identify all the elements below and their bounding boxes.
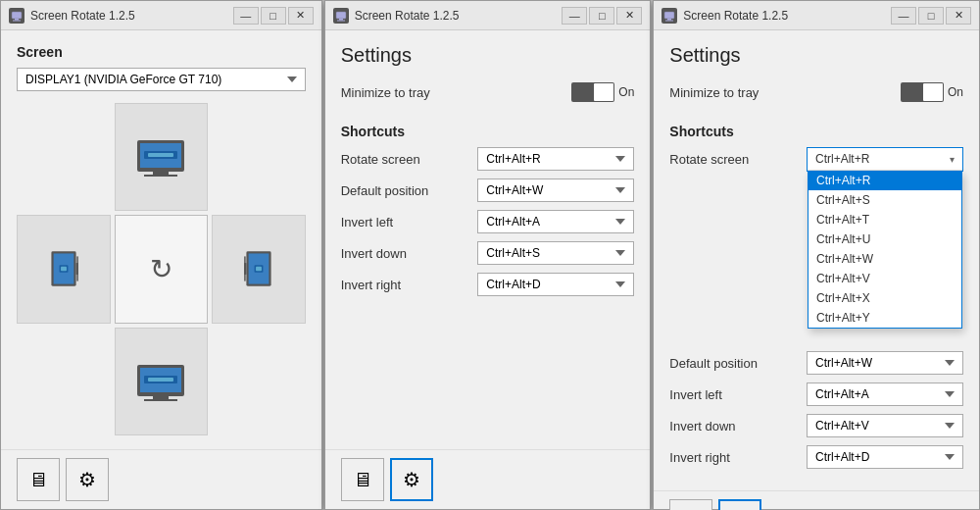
rotate-dropdown-open[interactable]: Ctrl+Alt+R ▾ Ctrl+Alt+R Ctrl+Alt+S Ctrl+… xyxy=(807,147,963,172)
dropdown-item-x[interactable]: Ctrl+Alt+X xyxy=(808,288,961,308)
settings-toolbar-btn-2[interactable]: ⚙ xyxy=(390,458,433,501)
svg-rect-18 xyxy=(244,257,245,281)
shortcut-select-default-2[interactable]: Ctrl+Alt+W xyxy=(477,178,634,202)
shortcut-label-invert-down-3: Invert down xyxy=(669,419,777,434)
title-controls-2: — □ ✕ xyxy=(562,7,642,25)
settings-toolbar-btn-1[interactable]: ⚙ xyxy=(66,458,109,501)
dropdown-scroll[interactable]: Ctrl+Alt+R Ctrl+Alt+S Ctrl+Alt+T Ctrl+Al… xyxy=(808,171,961,328)
dropdown-item-u[interactable]: Ctrl+Alt+U xyxy=(808,230,961,249)
shortcut-label-default-2: Default position xyxy=(341,183,449,198)
toggle-track-2[interactable] xyxy=(571,82,614,102)
screen-label: Screen xyxy=(17,44,306,60)
toggle-switch-3[interactable]: On xyxy=(901,82,963,102)
svg-rect-24 xyxy=(144,399,177,401)
shortcut-select-invert-right-2[interactable]: Ctrl+Alt+D xyxy=(477,273,634,296)
svg-rect-26 xyxy=(148,378,173,382)
grid-cell-right[interactable] xyxy=(212,215,306,323)
grid-cell-top[interactable] xyxy=(115,103,209,211)
title-text-1: Screen Rotate 1.2.5 xyxy=(30,9,233,23)
shortcut-select-invert-down-2[interactable]: Ctrl+Alt+S xyxy=(477,241,634,265)
shortcut-select-default-3[interactable]: Ctrl+Alt+W xyxy=(807,351,963,375)
dropdown-item-s[interactable]: Ctrl+Alt+S xyxy=(808,190,961,210)
svg-rect-31 xyxy=(667,19,671,21)
settings-toolbar-btn-3[interactable]: ⚙ xyxy=(718,499,761,510)
settings-window-2: Screen Rotate 1.2.5 — □ ✕ Settings Minim… xyxy=(324,0,652,510)
shortcut-row-invert-down-2: Invert down Ctrl+Alt+S xyxy=(341,241,635,265)
dropdown-item-t[interactable]: Ctrl+Alt+T xyxy=(808,210,961,230)
shortcut-label-invert-down-2: Invert down xyxy=(341,246,449,261)
shortcut-row-invert-left-3: Invert left Ctrl+Alt+A xyxy=(669,382,963,406)
toolbar-1: 🖥 ⚙ xyxy=(1,449,321,509)
shortcut-label-rotate-3: Rotate screen xyxy=(669,152,777,167)
minimize-btn-1[interactable]: — xyxy=(233,7,259,25)
monitor-right-icon xyxy=(232,249,285,288)
title-bar-1: Screen Rotate 1.2.5 — □ ✕ xyxy=(1,1,321,30)
minimize-tray-label-3: Minimize to tray xyxy=(669,85,759,100)
shortcut-row-invert-right-2: Invert right Ctrl+Alt+D xyxy=(341,273,635,296)
shortcuts-section-label-2: Shortcuts xyxy=(341,124,635,139)
maximize-btn-2[interactable]: □ xyxy=(589,7,614,25)
grid-cell-bottom[interactable] xyxy=(115,328,209,435)
minimize-tray-row-3: Minimize to tray On xyxy=(669,82,963,102)
svg-rect-5 xyxy=(153,172,169,175)
dropdown-item-w[interactable]: Ctrl+Alt+W xyxy=(808,249,961,269)
shortcut-label-default-3: Default position xyxy=(669,356,777,371)
svg-rect-1 xyxy=(15,19,19,21)
maximize-btn-1[interactable]: □ xyxy=(261,7,286,25)
close-btn-2[interactable]: ✕ xyxy=(616,7,642,25)
dropdown-item-v[interactable]: Ctrl+Alt+V xyxy=(808,269,961,288)
monitor-left-icon xyxy=(37,249,90,288)
toggle-label-3: On xyxy=(948,85,963,99)
shortcut-row-default-2: Default position Ctrl+Alt+W xyxy=(341,178,635,202)
grid-cell-left[interactable] xyxy=(17,215,111,323)
toolbar-3: 🖥 ⚙ xyxy=(654,490,979,510)
title-controls-1: — □ ✕ xyxy=(233,7,314,25)
app-icon-1 xyxy=(9,8,24,24)
main-window: Screen Rotate 1.2.5 — □ ✕ Screen DISPLAY… xyxy=(0,0,322,510)
toggle-knob-3 xyxy=(923,83,943,101)
shortcut-row-invert-down-3: Invert down Ctrl+Alt+V xyxy=(669,414,963,437)
rotate-dropdown-header[interactable]: Ctrl+Alt+R ▾ xyxy=(808,148,962,171)
settings-content-2: Settings Minimize to tray On Shortcuts R… xyxy=(325,30,651,449)
dropdown-item-y[interactable]: Ctrl+Alt+Y xyxy=(808,308,961,328)
shortcut-select-invert-down-3[interactable]: Ctrl+Alt+V xyxy=(807,414,963,437)
minimize-btn-2[interactable]: — xyxy=(562,7,587,25)
minimize-btn-3[interactable]: — xyxy=(891,7,916,25)
shortcut-select-invert-left-3[interactable]: Ctrl+Alt+A xyxy=(807,382,963,406)
shortcut-select-invert-right-3[interactable]: Ctrl+Alt+D xyxy=(807,445,963,469)
title-text-2: Screen Rotate 1.2.5 xyxy=(355,9,563,23)
toggle-label-2: On xyxy=(618,85,634,99)
svg-rect-27 xyxy=(336,12,346,19)
toolbar-2: 🖥 ⚙ xyxy=(325,449,651,509)
svg-rect-30 xyxy=(664,12,674,19)
svg-rect-2 xyxy=(13,20,21,21)
toggle-track-3[interactable] xyxy=(901,82,944,102)
grid-cell-center[interactable]: ↻ xyxy=(115,215,209,323)
display-select[interactable]: DISPLAY1 (NVIDIA GeForce GT 710) xyxy=(17,68,306,91)
monitor-toolbar-btn-3[interactable]: 🖥 xyxy=(669,499,712,510)
settings-heading-2: Settings xyxy=(341,44,635,67)
minimize-tray-row: Minimize to tray On xyxy=(341,82,635,102)
grid-cell-empty-2 xyxy=(212,103,306,211)
svg-rect-6 xyxy=(144,175,177,177)
rotate-dropdown-list: Ctrl+Alt+R Ctrl+Alt+S Ctrl+Alt+T Ctrl+Al… xyxy=(808,171,962,329)
shortcuts-section-label-3: Shortcuts xyxy=(669,124,963,139)
shortcut-select-rotate-2[interactable]: Ctrl+Alt+R xyxy=(477,147,634,171)
toggle-switch-2[interactable]: On xyxy=(571,82,634,102)
shortcut-label-rotate-2: Rotate screen xyxy=(341,152,449,167)
dropdown-item-r[interactable]: Ctrl+Alt+R xyxy=(808,171,961,190)
close-btn-3[interactable]: ✕ xyxy=(946,7,971,25)
grid-cell-empty-1 xyxy=(17,103,111,211)
app-icon-3 xyxy=(662,8,677,24)
shortcut-select-invert-left-2[interactable]: Ctrl+Alt+A xyxy=(477,210,634,233)
shortcut-row-invert-left-2: Invert left Ctrl+Alt+A xyxy=(341,210,635,233)
monitor-bottom-icon xyxy=(134,362,187,401)
monitor-toolbar-btn-1[interactable]: 🖥 xyxy=(17,458,60,501)
shortcut-row-default-3: Default position Ctrl+Alt+W xyxy=(669,351,963,375)
maximize-btn-3[interactable]: □ xyxy=(918,7,944,25)
close-btn-1[interactable]: ✕ xyxy=(288,7,314,25)
app-icon-2 xyxy=(333,8,349,24)
monitor-toolbar-btn-2[interactable]: 🖥 xyxy=(341,458,384,501)
svg-rect-8 xyxy=(148,153,173,157)
shortcut-row-invert-right-3: Invert right Ctrl+Alt+D xyxy=(669,445,963,469)
